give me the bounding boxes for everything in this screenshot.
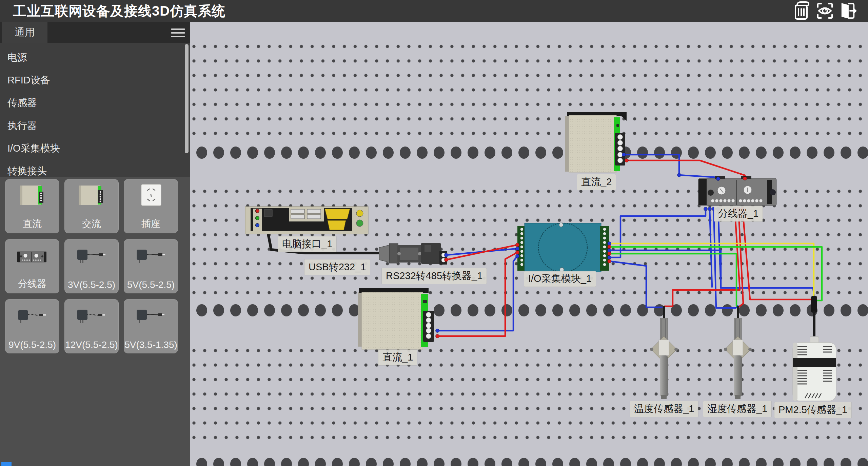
wire-dc2-to-splitter-blue[interactable] xyxy=(624,155,718,180)
wire-junction[interactable] xyxy=(436,334,439,338)
category-menu: 电源 RFID设备 传感器 执行器 I/O采集模块 转换接头 xyxy=(0,43,190,177)
tab-general[interactable]: 通用 xyxy=(2,22,47,43)
wire-junction[interactable] xyxy=(716,207,720,211)
device-palette: 直流 交流 xyxy=(5,179,178,353)
app-window: { "app": { "title": "工业互联网设备及接线3D仿真系统" }… xyxy=(0,0,868,466)
menu-icon[interactable] xyxy=(171,28,185,37)
wire-junction[interactable] xyxy=(608,252,611,256)
wire-junction[interactable] xyxy=(741,207,745,211)
palette-card-label: 插座 xyxy=(124,217,178,230)
palette-card-label: 5V(5.5-2.5) xyxy=(124,279,178,290)
power-adapter-icon xyxy=(75,303,108,331)
dc-module-icon xyxy=(15,183,49,211)
palette-card-3v[interactable]: 3V(5.5-2.5) xyxy=(64,239,119,293)
device-splitter-1[interactable] xyxy=(698,176,776,206)
exit-icon xyxy=(840,1,856,20)
palette-card-socket[interactable]: 插座 xyxy=(124,179,178,233)
sidebar-scrollbar[interactable] xyxy=(185,44,189,153)
power-adapter-icon xyxy=(15,303,49,331)
sidebar-item-sensor[interactable]: 传感器 xyxy=(0,92,190,114)
wire-junction[interactable] xyxy=(608,259,611,263)
socket-icon xyxy=(134,183,168,211)
palette-card-dc[interactable]: 直流 xyxy=(5,179,59,233)
wire-junction[interactable] xyxy=(445,258,448,262)
wire-junction[interactable] xyxy=(445,253,448,257)
device-rs232-485-converter-1[interactable] xyxy=(379,243,447,265)
sidebar-item-io-module[interactable]: I/O采集模块 xyxy=(0,137,190,160)
wire-junction[interactable] xyxy=(712,207,716,211)
wire-junction[interactable] xyxy=(737,207,741,211)
palette-card-label: 直流 xyxy=(5,217,59,230)
title-bar: 工业互联网设备及接线3D仿真系统 xyxy=(0,0,868,22)
wire-junction[interactable] xyxy=(677,173,681,177)
palette-card-ac[interactable]: 交流 xyxy=(64,179,119,233)
wire-dc2-to-splitter-red[interactable] xyxy=(627,160,745,179)
palette-card-label: 分线器 xyxy=(5,277,59,290)
wire-junction[interactable] xyxy=(516,254,519,258)
wire-junction[interactable] xyxy=(516,247,519,251)
sidebar-item-actuator[interactable]: 执行器 xyxy=(0,114,190,137)
sidebar-header: 通用 xyxy=(0,22,190,43)
wire-junction[interactable] xyxy=(708,207,712,211)
wire-junction[interactable] xyxy=(608,242,611,246)
sidebar-item-power[interactable]: 电源 xyxy=(0,46,190,69)
wire-junction[interactable] xyxy=(608,249,611,252)
wire-junction[interactable] xyxy=(716,177,720,181)
palette-card-label: 9V(5.5-2.5) xyxy=(5,339,59,350)
wire-junction[interactable] xyxy=(733,207,737,211)
app-title: 工业互联网设备及接线3D仿真系统 xyxy=(13,2,225,20)
sidebar: 通用 电源 RFID设备 传感器 执行器 I/O采集模块 转换接头 直流 xyxy=(0,22,190,466)
palette-card-label: 交流 xyxy=(65,217,118,230)
wire-junction[interactable] xyxy=(625,159,629,162)
palette-card-12v[interactable]: 12V(5.5-2.5) xyxy=(64,299,119,353)
palette-card-label: 12V(5.5-2.5) xyxy=(65,339,118,350)
wire-junction[interactable] xyxy=(608,256,611,259)
simulation-canvas[interactable] xyxy=(190,22,868,466)
wire-junction[interactable] xyxy=(743,177,747,180)
sidebar-item-rfid[interactable]: RFID设备 xyxy=(0,69,190,92)
view-focus-icon xyxy=(816,2,833,19)
palette-card-9v[interactable]: 9V(5.5-2.5) xyxy=(5,299,59,353)
palette-card-5v[interactable]: 5V(5.5-2.5) xyxy=(124,239,178,293)
device-dc-power-2[interactable] xyxy=(565,112,627,172)
exit-button[interactable] xyxy=(840,1,856,20)
device-dc-power-1[interactable] xyxy=(358,288,434,349)
power-adapter-icon xyxy=(134,303,168,331)
wire-junction[interactable] xyxy=(516,243,519,247)
power-adapter-icon xyxy=(75,243,108,271)
splitter-icon xyxy=(15,243,49,271)
ac-module-icon xyxy=(75,183,108,211)
status-corner xyxy=(1,462,12,466)
power-adapter-icon xyxy=(134,243,168,271)
wire-junction[interactable] xyxy=(516,251,519,254)
palette-card-5v-135[interactable]: 5V(3.5-1.35) xyxy=(124,299,178,353)
wire-junction[interactable] xyxy=(704,207,708,211)
device-pc-interface-1[interactable] xyxy=(245,207,368,234)
trash-button[interactable] xyxy=(793,1,810,20)
trash-icon xyxy=(794,1,810,20)
device-io-module-1[interactable] xyxy=(517,223,609,272)
view-focus-button[interactable] xyxy=(816,1,833,20)
palette-card-splitter[interactable]: 分线器 xyxy=(5,239,59,293)
palette-card-label: 3V(5.5-2.5) xyxy=(65,279,118,290)
palette-card-label: 5V(3.5-1.35) xyxy=(124,339,178,350)
wire-junction[interactable] xyxy=(436,329,439,333)
wire-junction[interactable] xyxy=(622,153,626,157)
wire-junction[interactable] xyxy=(608,245,611,249)
